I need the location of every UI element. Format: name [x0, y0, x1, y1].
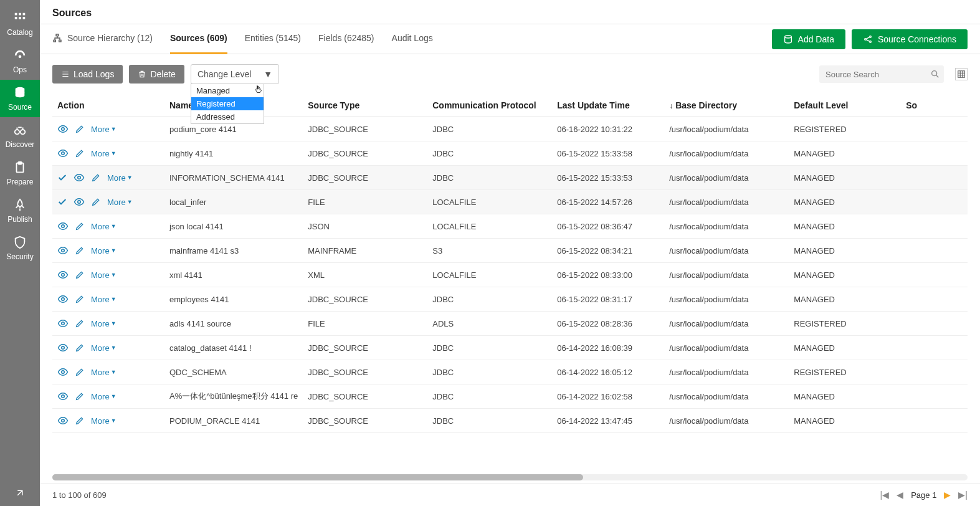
pencil-icon[interactable]: [75, 270, 85, 280]
col-last-update[interactable]: Last Update Time: [552, 94, 664, 117]
sidebar-item-publish[interactable]: Publish: [0, 192, 40, 229]
pencil-icon[interactable]: [75, 294, 85, 304]
tab-label: Entities (5145): [245, 33, 301, 43]
table-row[interactable]: More ▼catalog_dataset 4141 !JDBC_SOURCEJ…: [52, 336, 968, 360]
tab-source-hierarchy[interactable]: Source Hierarchy (12): [52, 24, 153, 54]
sidebar-item-security[interactable]: Security: [0, 229, 40, 267]
eye-icon[interactable]: [74, 196, 85, 208]
button-label: Add Data: [798, 34, 834, 44]
table-row[interactable]: More ▼employees 4141JDBC_SOURCEJDBC06-15…: [52, 287, 968, 312]
more-link[interactable]: More ▼: [91, 392, 117, 401]
pencil-icon[interactable]: [75, 367, 85, 377]
svg-rect-2: [23, 13, 26, 16]
table-row[interactable]: More ▼QDC_SCHEMAJDBC_SOURCEJDBC06-14-202…: [52, 360, 968, 384]
table-row[interactable]: More ▼json local 4141JSONLOCALFILE06-15-…: [52, 214, 968, 239]
table-row[interactable]: More ▼PODIUM_ORACLE 4141JDBC_SOURCEJDBC0…: [52, 409, 968, 433]
eye-icon[interactable]: [57, 415, 69, 426]
table-row[interactable]: More ▼adls 4141 sourceFILEADLS06-15-2022…: [52, 312, 968, 336]
eye-icon[interactable]: [57, 123, 69, 135]
pencil-icon[interactable]: [91, 197, 101, 207]
table-row[interactable]: More ▼podium_core 4141JDBC_SOURCEJDBC06-…: [52, 117, 968, 141]
add-data-button[interactable]: Add Data: [772, 29, 845, 49]
pencil-icon[interactable]: [75, 124, 85, 134]
more-link[interactable]: More ▼: [91, 149, 117, 158]
col-so[interactable]: So: [901, 94, 968, 117]
col-base-dir[interactable]: ↓ Base Directory: [664, 94, 789, 117]
cell-source_type: FILE: [303, 190, 427, 214]
search-input[interactable]: [825, 70, 930, 79]
eye-icon[interactable]: [57, 318, 69, 329]
pencil-icon[interactable]: [91, 173, 101, 183]
horizontal-scrollbar[interactable]: [52, 474, 968, 480]
tab-sources[interactable]: Sources (609): [170, 24, 227, 54]
source-connections-button[interactable]: Source Connections: [852, 29, 968, 49]
sidebar-item-label: Discover: [6, 140, 35, 149]
check-icon[interactable]: [57, 197, 67, 207]
delete-button[interactable]: Delete: [129, 65, 184, 84]
eye-icon[interactable]: [57, 294, 69, 305]
dropdown-item-registered[interactable]: Registered: [191, 97, 264, 110]
pencil-icon[interactable]: [75, 416, 85, 426]
table-columns-button[interactable]: [955, 68, 968, 80]
sidebar-item-source[interactable]: Source: [0, 80, 40, 117]
more-link[interactable]: More ▼: [91, 416, 117, 426]
pencil-icon[interactable]: [75, 343, 85, 353]
col-level[interactable]: Default Level: [789, 94, 901, 117]
sidebar-item-ops[interactable]: Ops: [0, 42, 40, 80]
eye-icon[interactable]: [57, 391, 69, 402]
more-link[interactable]: More ▼: [91, 295, 117, 304]
more-link[interactable]: More ▼: [91, 246, 117, 255]
more-link[interactable]: More ▼: [91, 319, 117, 328]
cell-source_type: JSON: [303, 214, 427, 239]
dropdown-item-addressed[interactable]: Addressed: [191, 110, 264, 123]
tab-entities[interactable]: Entities (5145): [245, 24, 301, 54]
more-link[interactable]: More ▼: [107, 173, 133, 183]
pencil-icon[interactable]: [75, 391, 85, 401]
eye-icon[interactable]: [57, 148, 69, 159]
next-page-button[interactable]: ▶: [944, 490, 951, 500]
eye-icon[interactable]: [57, 221, 69, 232]
eye-icon[interactable]: [57, 245, 69, 256]
pencil-icon[interactable]: [75, 246, 85, 255]
cell-base_dir: /usr/local/podium/data: [664, 384, 789, 409]
pencil-icon[interactable]: [75, 221, 85, 231]
table-row[interactable]: More ▼local_inferFILELOCALFILE06-15-2022…: [52, 190, 968, 214]
search-icon[interactable]: [930, 69, 940, 79]
table-row[interactable]: More ▼mainframe 4141 s3MAINFRAMES306-15-…: [52, 239, 968, 263]
dropdown-item-managed[interactable]: Managed: [191, 84, 264, 97]
pencil-icon[interactable]: [75, 148, 85, 158]
eye-icon[interactable]: [57, 342, 69, 353]
sidebar-item-discover[interactable]: Discover: [0, 117, 40, 155]
more-link[interactable]: More ▼: [91, 270, 117, 280]
change-level-button[interactable]: Change Level ▼: [191, 64, 279, 84]
col-action[interactable]: Action: [52, 94, 164, 117]
sidebar-item-catalog[interactable]: Catalog: [0, 5, 40, 42]
eye-icon[interactable]: [57, 366, 69, 378]
eye-icon[interactable]: [74, 172, 85, 183]
sidebar-item-prepare[interactable]: Prepare: [0, 155, 40, 192]
load-logs-button[interactable]: Load Logs: [52, 65, 123, 84]
first-page-button[interactable]: |◀: [880, 490, 890, 500]
last-page-button[interactable]: ▶|: [958, 490, 968, 500]
check-icon[interactable]: [57, 173, 67, 183]
table-row[interactable]: More ▼A%一体化^bütünleşme积分 4141 reJDBC_SOU…: [52, 384, 968, 409]
col-protocol[interactable]: Communication Protocol: [427, 94, 552, 117]
more-link[interactable]: More ▼: [91, 368, 117, 377]
tab-audit-logs[interactable]: Audit Logs: [392, 24, 433, 54]
table-row[interactable]: More ▼xml 4141XMLLOCALFILE06-15-2022 08:…: [52, 263, 968, 287]
scrollbar-thumb[interactable]: [52, 474, 583, 480]
table-row[interactable]: More ▼INFORMATION_SCHEMA 4141JDBC_SOURCE…: [52, 166, 968, 190]
more-link[interactable]: More ▼: [91, 343, 117, 353]
more-link[interactable]: More ▼: [91, 222, 117, 231]
more-link[interactable]: More ▼: [107, 198, 133, 207]
more-link[interactable]: More ▼: [91, 125, 117, 134]
col-source-type[interactable]: Source Type: [303, 94, 427, 117]
cell-last_update: 06-15-2022 14:57:26: [552, 190, 664, 214]
tab-fields[interactable]: Fields (62485): [318, 24, 374, 54]
table-row[interactable]: More ▼nightly 4141JDBC_SOURCEJDBC06-15-2…: [52, 141, 968, 166]
cell-level: REGISTERED: [789, 360, 901, 384]
pencil-icon[interactable]: [75, 318, 85, 328]
expand-sidebar-icon[interactable]: [14, 487, 26, 499]
prev-page-button[interactable]: ◀: [897, 490, 903, 500]
eye-icon[interactable]: [57, 269, 69, 280]
